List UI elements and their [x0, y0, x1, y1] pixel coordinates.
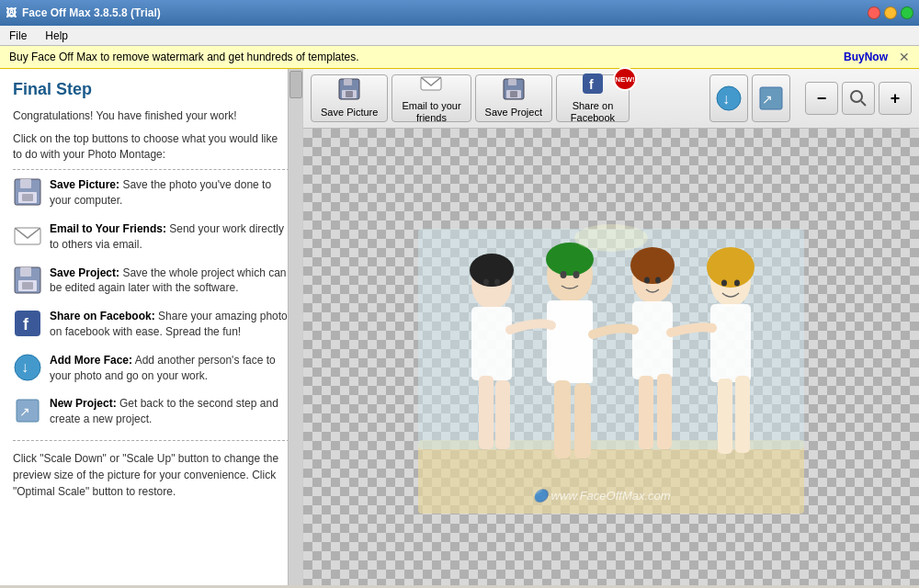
svg-point-61: [707, 247, 754, 288]
svg-point-30: [851, 91, 862, 102]
montage-svg: 🔵 www.FaceOffMax.com: [391, 183, 832, 532]
svg-point-49: [573, 271, 580, 278]
step-save-project-text: Save Project: Save the whole project whi…: [50, 266, 289, 297]
svg-text:↓: ↓: [21, 359, 28, 375]
step-save-text: Save Picture: Save the photo you've done…: [50, 177, 289, 209]
svg-rect-3: [22, 194, 33, 201]
toolbar: Save Picture Email to your friends: [303, 69, 919, 129]
zoom-in-icon: +: [891, 89, 901, 108]
svg-rect-6: [20, 267, 31, 277]
right-panel: Save Picture Email to your friends: [303, 69, 919, 585]
email-icon: [13, 221, 42, 251]
svg-text:f: f: [23, 315, 29, 334]
window-controls: [868, 6, 913, 19]
svg-rect-21: [508, 79, 516, 85]
svg-rect-36: [479, 376, 494, 449]
promo-banner: Buy Face Off Max to remove watermark and…: [0, 46, 919, 69]
step-facebook-text: Share on Facebook: Share your amazing ph…: [50, 309, 289, 340]
save-picture-icon: [13, 177, 42, 207]
step-new-project-text: New Project: Get back to the second step…: [50, 396, 289, 427]
menu-file[interactable]: File: [4, 28, 32, 44]
step-add-face-title: Add More Face:: [50, 354, 132, 367]
zoom-out-button[interactable]: −: [805, 82, 838, 115]
save-picture-btn-label: Save Picture: [321, 107, 378, 119]
svg-rect-18: [346, 91, 353, 97]
step-facebook: f Share on Facebook: Share your amazing …: [13, 309, 289, 340]
new-badge: NEW!: [613, 67, 637, 91]
save-project-btn-icon: [503, 78, 525, 103]
maximize-button[interactable]: [901, 6, 913, 19]
title-left: 🖼 Face Off Max 3.8.5.8 (Trial): [6, 6, 161, 19]
svg-text:↗: ↗: [19, 404, 30, 419]
svg-rect-58: [710, 304, 751, 382]
step-new-project-title: New Project:: [50, 397, 117, 410]
add-face-button[interactable]: ↓: [709, 74, 748, 122]
zoom-in-button[interactable]: +: [879, 82, 912, 115]
menu-bar: File Help: [0, 26, 919, 46]
menu-help[interactable]: Help: [40, 28, 74, 44]
divider-1: [13, 169, 289, 170]
scale-note: Click "Scale Down" or "Scale Up" button …: [13, 450, 289, 500]
app-title: Face Off Max 3.8.5.8 (Trial): [22, 6, 161, 19]
email-btn-label: Email to your friends: [402, 100, 460, 124]
left-panel: Final Step Congratulations! You have fin…: [0, 69, 303, 585]
banner-close[interactable]: ✕: [899, 50, 910, 64]
new-project-btn[interactable]: ↗: [752, 74, 790, 122]
svg-rect-43: [551, 300, 570, 383]
svg-rect-59: [718, 379, 732, 454]
svg-point-39: [483, 278, 489, 285]
svg-point-62: [721, 279, 727, 286]
zoom-fit-button[interactable]: [842, 82, 875, 115]
new-project-icon: ↗: [13, 396, 42, 425]
canvas-area: 🔵 www.FaceOffMax.com: [303, 129, 919, 585]
svg-point-65: [574, 224, 648, 252]
email-friends-button[interactable]: Email to your friends: [391, 74, 471, 122]
step-new-project: ↗ New Project: Get back to the second st…: [13, 396, 289, 427]
email-btn-icon: [420, 73, 442, 97]
facebook-btn-label: Share on Facebook: [571, 100, 615, 124]
save-project-button[interactable]: Save Project: [475, 74, 552, 122]
minimize-button[interactable]: [884, 6, 897, 19]
svg-point-40: [494, 278, 500, 285]
zoom-fit-icon: [849, 89, 868, 107]
svg-point-38: [470, 254, 514, 287]
facebook-btn-icon: f: [582, 73, 604, 97]
svg-point-48: [561, 271, 567, 278]
step-save-project-title: Save Project:: [50, 266, 119, 279]
photo-montage: 🔵 www.FaceOffMax.com: [391, 183, 832, 532]
svg-point-56: [655, 277, 661, 283]
step-save-picture: Save Picture: Save the photo you've done…: [13, 177, 289, 209]
svg-text:🔵 www.FaceOffMax.com: 🔵 www.FaceOffMax.com: [532, 488, 671, 503]
step-email-title: Email to Your Friends:: [50, 222, 166, 235]
svg-rect-53: [657, 374, 672, 449]
svg-rect-60: [735, 376, 750, 453]
facebook-btn-wrapper: NEW! f Share on Facebook: [556, 74, 630, 122]
save-picture-btn-icon: [338, 78, 360, 103]
svg-point-63: [734, 279, 740, 286]
save-project-icon: [13, 266, 42, 295]
save-picture-button[interactable]: Save Picture: [311, 74, 388, 122]
svg-point-54: [630, 247, 675, 284]
buy-now-link[interactable]: BuyNow: [844, 51, 888, 63]
step-facebook-title: Share on Facebook:: [50, 310, 155, 322]
step-email: Email to Your Friends: Send your work di…: [13, 221, 289, 253]
title-bar: 🖼 Face Off Max 3.8.5.8 (Trial): [0, 0, 919, 26]
main-layout: Final Step Congratulations! You have fin…: [0, 69, 919, 585]
facebook-icon: f: [13, 309, 42, 338]
svg-rect-45: [554, 380, 571, 458]
svg-text:↓: ↓: [722, 91, 730, 107]
svg-rect-52: [639, 376, 653, 449]
svg-rect-51: [632, 301, 673, 379]
step-email-text: Email to Your Friends: Send your work di…: [50, 221, 289, 253]
close-button[interactable]: [868, 6, 880, 19]
intro-text-2: Click on the top buttons to choose what …: [13, 131, 289, 163]
left-panel-scrollbar[interactable]: [288, 69, 302, 585]
svg-rect-35: [471, 307, 512, 380]
zoom-out-icon: −: [817, 89, 827, 108]
panel-title: Final Step: [13, 80, 289, 99]
step-save-project: Save Project: Save the whole project whi…: [13, 266, 289, 297]
zoom-controls: − +: [805, 82, 912, 115]
svg-text:f: f: [589, 77, 594, 92]
add-face-icon: ↓: [13, 353, 42, 382]
intro-text-1: Congratulations! You have finished your …: [13, 108, 289, 124]
